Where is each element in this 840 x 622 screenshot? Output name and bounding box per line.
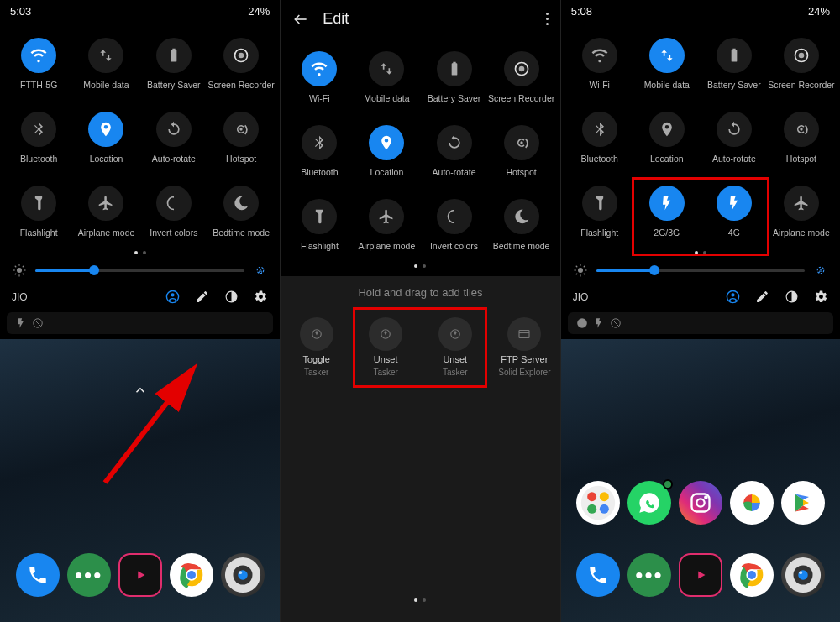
app-messages[interactable]: ••• <box>67 553 111 597</box>
app-photos[interactable] <box>730 481 774 525</box>
settings-gear-icon[interactable] <box>254 290 268 304</box>
qs-tile-rotate[interactable]: Auto-rotate <box>140 112 207 164</box>
qs-tile-bolt[interactable]: 4G <box>701 186 768 238</box>
qs-tile-battery[interactable]: Battery Saver <box>140 38 207 90</box>
qs-tile-flashlight[interactable]: Flashlight <box>286 199 353 251</box>
qs-tile-invert[interactable]: Invert colors <box>420 199 487 251</box>
status-time: 5:08 <box>571 5 592 18</box>
add-tile-label: Toggle <box>302 354 329 364</box>
app-chrome[interactable] <box>730 553 774 597</box>
qs-tile-invert[interactable]: Invert colors <box>140 186 207 238</box>
qs-tile-rotate[interactable]: Auto-rotate <box>701 112 768 164</box>
status-time: 5:03 <box>10 5 31 18</box>
qs-tile-record[interactable]: Screen Recorder <box>488 51 555 103</box>
qs-tile-hotspot[interactable]: Hotspot <box>768 112 835 164</box>
svg-point-37 <box>799 53 805 59</box>
qs-tile-bluetooth[interactable]: Bluetooth <box>566 112 633 164</box>
qs-tile-location[interactable]: Location <box>353 125 420 177</box>
chevron-up-icon[interactable] <box>133 383 148 398</box>
qs-tile-location[interactable]: Location <box>633 112 701 164</box>
qs-tile-bedtime[interactable]: Bedtime mode <box>207 186 275 238</box>
qs-tile-record[interactable]: Screen Recorder <box>768 38 835 90</box>
qs-tile-airplane[interactable]: Airplane mode <box>768 186 835 238</box>
notification-strip[interactable] <box>568 312 833 334</box>
app-chrome[interactable] <box>170 553 213 597</box>
qs-tiles-grid: FTTH-5GMobile dataBattery SaverScreen Re… <box>0 21 280 238</box>
qs-tile-record[interactable]: Screen Recorder <box>207 38 275 90</box>
qs-tile-wifi[interactable]: Wi-Fi <box>286 51 353 103</box>
brightness-track[interactable] <box>35 269 244 272</box>
qs-tile-wifi[interactable]: FTTH-5G <box>5 38 72 90</box>
edit-pencil-icon[interactable] <box>195 290 209 304</box>
qs-tile-airplane[interactable]: Airplane mode <box>353 199 420 251</box>
add-tile-ftp-server[interactable]: FTP ServerSolid Explorer <box>494 312 555 382</box>
back-arrow-icon[interactable] <box>292 11 309 28</box>
add-tile-label: FTP Server <box>501 354 548 364</box>
qs-tile-data[interactable]: Mobile data <box>353 51 420 103</box>
invert-icon <box>156 186 192 221</box>
user-switch-icon[interactable] <box>165 290 180 304</box>
theme-icon[interactable] <box>785 290 799 304</box>
qs-tile-airplane[interactable]: Airplane mode <box>72 186 139 238</box>
qs-tile-battery[interactable]: Battery Saver <box>420 51 487 103</box>
qs-tile-data[interactable]: Mobile data <box>72 38 139 90</box>
theme-icon[interactable] <box>224 290 239 304</box>
qs-tile-label: Bluetooth <box>581 154 618 164</box>
qs-tile-location[interactable]: Location <box>72 112 139 164</box>
qs-tile-bluetooth[interactable]: Bluetooth <box>5 112 72 164</box>
svg-point-25 <box>239 571 242 574</box>
airplane-icon <box>88 186 123 221</box>
qs-tile-label: Bedtime mode <box>213 227 270 238</box>
app-playstore[interactable] <box>781 481 825 525</box>
available-tiles-area: ToggleTaskerUnsetTaskerUnsetTaskerFTP Se… <box>281 306 559 622</box>
qs-tile-battery[interactable]: Battery Saver <box>701 38 768 90</box>
qs-tile-rotate[interactable]: Auto-rotate <box>420 125 487 177</box>
svg-line-7 <box>15 266 17 268</box>
notification-strip[interactable] <box>7 312 273 334</box>
qs-tile-hotspot[interactable]: Hotspot <box>207 112 275 164</box>
add-tile-unset[interactable]: UnsetTasker <box>355 312 417 382</box>
app-camera[interactable] <box>221 553 265 597</box>
qs-tile-bolt[interactable]: 2G/3G <box>633 186 701 238</box>
brightness-track[interactable] <box>596 269 805 272</box>
home-launcher[interactable]: ••• <box>561 339 840 622</box>
qs-tile-bedtime[interactable]: Bedtime mode <box>488 199 555 251</box>
qs-tile-label: Flashlight <box>301 241 339 251</box>
app-camera[interactable] <box>781 553 825 597</box>
bolt-small-icon <box>593 317 605 329</box>
hotspot-icon <box>784 112 819 147</box>
qs-tile-bluetooth[interactable]: Bluetooth <box>286 125 353 177</box>
qs-tile-flashlight[interactable]: Flashlight <box>5 186 72 238</box>
app-messages[interactable]: ••• <box>627 553 671 597</box>
app-phone[interactable] <box>16 553 60 597</box>
qs-tile-label: Battery Saver <box>428 93 481 103</box>
overflow-menu-icon[interactable] <box>546 13 549 25</box>
brightness-slider[interactable]: A <box>0 263 280 286</box>
brightness-slider[interactable]: A <box>561 263 840 286</box>
brightness-auto-icon[interactable]: A <box>253 263 268 278</box>
app-google-folder[interactable] <box>576 481 620 525</box>
add-tile-toggle[interactable]: ToggleTasker <box>286 312 347 382</box>
app-whatsapp[interactable] <box>627 481 671 525</box>
qs-tile-label: Wi-Fi <box>309 93 330 103</box>
brightness-auto-icon[interactable]: A <box>813 263 828 278</box>
app-youtube[interactable] <box>679 553 722 597</box>
qs-tile-hotspot[interactable]: Hotspot <box>488 125 555 177</box>
settings-gear-icon[interactable] <box>814 290 828 304</box>
add-tile-unset[interactable]: UnsetTasker <box>424 312 486 382</box>
svg-point-59 <box>600 504 609 514</box>
carrier-label: JIO <box>573 291 711 303</box>
edit-pencil-icon[interactable] <box>755 290 769 304</box>
app-phone[interactable] <box>576 553 620 597</box>
app-youtube[interactable] <box>118 553 162 597</box>
svg-point-14 <box>171 293 175 296</box>
qs-tile-flashlight[interactable]: Flashlight <box>566 186 633 238</box>
qs-tile-label: Flashlight <box>580 227 618 238</box>
home-launcher[interactable]: ••• <box>0 339 280 622</box>
qs-tile-wifi[interactable]: Wi-Fi <box>566 38 633 90</box>
hotspot-icon <box>223 112 259 147</box>
app-instagram[interactable] <box>679 481 722 525</box>
svg-line-10 <box>23 266 24 268</box>
user-switch-icon[interactable] <box>726 290 740 304</box>
qs-tile-data[interactable]: Mobile data <box>633 38 701 90</box>
